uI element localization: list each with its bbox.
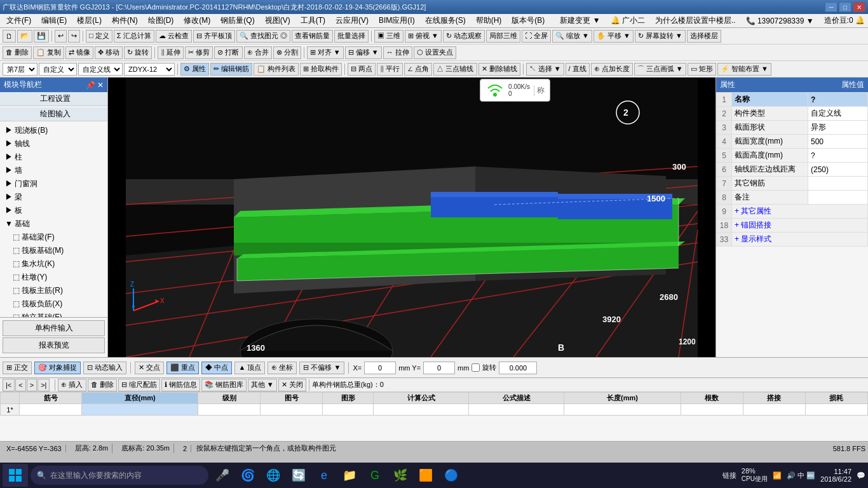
cell-lap[interactable] — [743, 404, 805, 416]
prop-val-5[interactable]: ? — [808, 149, 868, 163]
prop-expand-33[interactable]: + 显示样式 — [732, 233, 868, 247]
btn-rebar-other[interactable]: 其他 ▼ — [248, 379, 277, 391]
props-row-33[interactable]: 33 + 显示样式 — [717, 233, 868, 247]
btn-smart-layout[interactable]: ⚡ 智能布置 ▼ — [717, 63, 771, 76]
btn-fullscreen[interactable]: ⛶ 全屏 — [522, 30, 551, 43]
menu-modify[interactable]: 修改(M) — [180, 14, 214, 27]
cell-shape[interactable] — [323, 404, 374, 416]
btn-orbit[interactable]: ↻ 动态观察 — [443, 30, 485, 43]
taskbar-icon-6[interactable]: 🌿 — [389, 464, 412, 487]
btn-rebar-lib[interactable]: 📚 钢筋图库 — [201, 379, 247, 391]
notification-icon[interactable]: 💬 — [857, 471, 865, 480]
btn-rotate[interactable]: ↻ 旋转 — [124, 46, 152, 59]
btn-property[interactable]: ⚙ 属性 — [180, 63, 209, 76]
btn-split[interactable]: ⊗ 分割 — [273, 46, 301, 59]
sidebar-item-raft[interactable]: ⬚ 筏板基础(M) — [0, 244, 107, 257]
btn-angle[interactable]: ∠ 点角 — [404, 63, 432, 76]
btn-batch-select[interactable]: 批量选择 — [334, 30, 369, 43]
sidebar-item-sump[interactable]: ⬚ 集水坑(K) — [0, 257, 107, 271]
btn-break[interactable]: ⊘ 打断 — [214, 46, 242, 59]
btn-rebar-next[interactable]: > — [27, 379, 37, 391]
btn-rebar-insert[interactable]: ⊕ 插入 — [58, 379, 86, 391]
sidebar-item-axis[interactable]: ▶ 轴线 — [0, 137, 107, 151]
prop-val-3[interactable]: 异形 — [808, 121, 868, 135]
taskbar-icon-3[interactable]: 🔄 — [287, 464, 310, 487]
taskbar-icon-ie[interactable]: e — [313, 464, 336, 487]
prop-val-2[interactable]: 自定义线 — [808, 107, 868, 121]
btn-arc[interactable]: ⌒ 三点画弧 ▼ — [634, 63, 686, 76]
prop-val-4[interactable]: 500 — [808, 135, 868, 149]
taskbar-icon-7[interactable]: 🟧 — [414, 464, 437, 487]
btn-grip[interactable]: ⬡ 设置夹点 — [414, 46, 456, 59]
btn-rebar-close[interactable]: ✕ 关闭 — [278, 379, 306, 391]
taskbar-icon-2[interactable]: 🌀 — [236, 464, 259, 487]
btn-rebar-scale[interactable]: ⊟ 缩尺配筋 — [118, 379, 160, 391]
btn-top-view[interactable]: ⊞ 俯视 ▼ — [405, 30, 442, 43]
menu-points[interactable]: 造价豆:0 🔔 — [820, 14, 868, 27]
btn-pick-component[interactable]: ⊞ 拾取构件 — [300, 63, 342, 76]
menu-help[interactable]: 帮助(H) — [472, 14, 506, 27]
btn-line[interactable]: / 直线 — [566, 63, 590, 76]
sidebar-item-isolated[interactable]: ⬚ 独立基础(F) — [0, 311, 107, 317]
menu-view[interactable]: 视图(V) — [261, 14, 294, 27]
taskbar-icon-4[interactable]: 📁 — [338, 464, 361, 487]
menu-component[interactable]: 构件(N) — [108, 14, 142, 27]
sidebar-controls[interactable]: 📌 ✕ — [86, 81, 104, 90]
menu-file[interactable]: 文件(F) — [3, 14, 35, 27]
btn-view-rebar[interactable]: 查看钢筋量 — [292, 30, 333, 43]
btn-merge[interactable]: ⊕ 合并 — [244, 46, 272, 59]
btn-pan[interactable]: ✋ 平移 ▼ — [593, 30, 634, 43]
btn-single-component[interactable]: 单构件输入 — [3, 320, 105, 336]
snap-object[interactable]: 🎯 对象捕捉 — [34, 362, 81, 374]
menu-bim[interactable]: BIM应用(I) — [375, 14, 419, 27]
btn-extend[interactable]: ‖ 延伸 — [158, 46, 184, 59]
cell-formula[interactable] — [374, 404, 469, 416]
btn-point-length[interactable]: ⊕ 点加长度 — [591, 63, 633, 76]
sidebar-item-draw-input[interactable]: 绘图输入 — [0, 107, 107, 121]
btn-redo[interactable]: ↪ — [68, 30, 80, 43]
taskbar-icon-8[interactable]: 🔵 — [440, 464, 463, 487]
btn-flat-top[interactable]: ⊟ 齐平板顶 — [193, 30, 235, 43]
btn-mirror[interactable]: ⇄ 镜像 — [65, 46, 93, 59]
props-row-9[interactable]: 9 + 其它属性 — [717, 205, 868, 219]
taskbar-icon-5[interactable]: G — [363, 464, 386, 487]
sidebar-item-opening[interactable]: ▶ 门窗洞 — [0, 177, 107, 191]
cell-count[interactable] — [681, 404, 743, 416]
sidebar-item-foundation-beam[interactable]: ⬚ 基础梁(F) — [0, 231, 107, 244]
menu-draw[interactable]: 绘图(D) — [144, 14, 178, 27]
sidebar-item-raft-neg[interactable]: ⬚ 筏板负筋(X) — [0, 297, 107, 311]
snap-coord[interactable]: ⊕ 坐标 — [268, 362, 297, 374]
snap-endpoint[interactable]: ⬛ 重点 — [166, 362, 199, 374]
menu-edit[interactable]: 编辑(E) — [37, 14, 71, 27]
btn-cloud-check[interactable]: ☁ 云检查 — [156, 30, 192, 43]
btn-rebar-first[interactable]: |< — [3, 379, 15, 391]
btn-offset[interactable]: ⊟ 偏移 ▼ — [345, 46, 382, 59]
btn-copy[interactable]: 📋 复制 — [33, 46, 64, 59]
prop-expand-9[interactable]: + 其它属性 — [732, 205, 868, 219]
snap-dynamic[interactable]: ⊡ 动态输入 — [83, 362, 126, 374]
btn-save[interactable]: 💾 — [34, 30, 49, 43]
btn-undo[interactable]: ↩ — [55, 30, 67, 43]
cell-bar-num[interactable] — [20, 404, 82, 416]
btn-rect[interactable]: ▭ 矩形 — [688, 63, 716, 76]
btn-zoom[interactable]: 🔍 缩放 ▼ — [552, 30, 592, 43]
menu-floor[interactable]: 楼层(L) — [73, 14, 105, 27]
close-button[interactable]: ✕ — [853, 2, 865, 12]
btn-component-list[interactable]: 📋 构件列表 — [254, 63, 299, 76]
btn-local-3d[interactable]: 局部三维 — [486, 30, 520, 43]
menu-version[interactable]: 版本号(B) — [508, 14, 548, 27]
btn-stretch[interactable]: ↔ 拉伸 — [383, 46, 412, 59]
line-type-select[interactable]: 自定义线 — [78, 63, 123, 76]
sidebar-item-floor[interactable]: ▶ 板 — [0, 204, 107, 217]
prop-val-1[interactable]: ? — [808, 93, 868, 107]
btn-select-floor[interactable]: 选择楼层 — [687, 30, 721, 43]
cell-dia[interactable] — [82, 404, 198, 416]
btn-delete[interactable]: 🗑 删除 — [3, 46, 32, 59]
x-input[interactable] — [364, 362, 396, 374]
sidebar-item-slab[interactable]: ▶ 现浇板(B) — [0, 124, 107, 137]
sidebar-item-beam[interactable]: ▶ 梁 — [0, 191, 107, 204]
btn-rotate-screen[interactable]: ↻ 屏幕旋转 ▼ — [635, 30, 686, 43]
cell-grade[interactable] — [198, 404, 261, 416]
btn-rebar-info[interactable]: ℹ 钢筋信息 — [161, 379, 200, 391]
btn-delete-aux[interactable]: ✕ 删除辅线 — [478, 63, 520, 76]
